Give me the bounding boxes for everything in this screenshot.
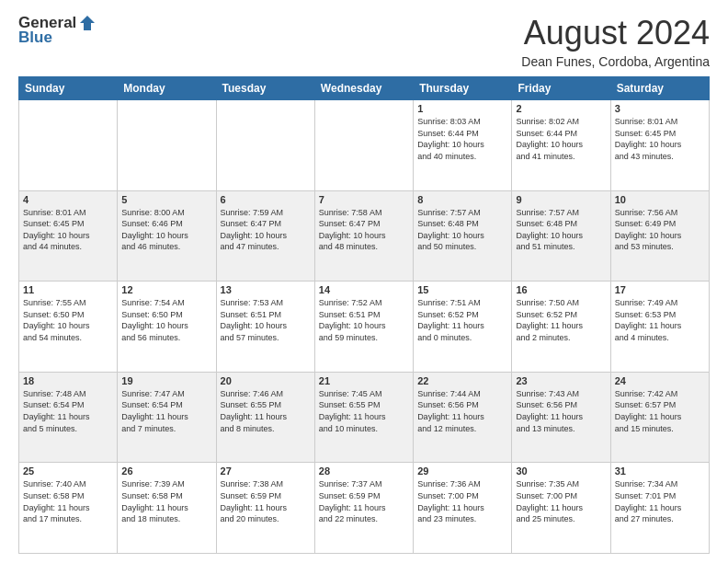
calendar-cell: 16Sunrise: 7:50 AM Sunset: 6:52 PM Dayli… (512, 282, 610, 373)
calendar-cell: 5Sunrise: 8:00 AM Sunset: 6:46 PM Daylig… (118, 190, 216, 282)
day-number: 31 (615, 465, 705, 477)
day-info: Sunrise: 7:57 AM Sunset: 6:48 PM Dayligh… (516, 207, 606, 253)
day-info: Sunrise: 7:40 AM Sunset: 6:58 PM Dayligh… (23, 478, 113, 524)
day-info: Sunrise: 7:53 AM Sunset: 6:51 PM Dayligh… (221, 297, 311, 343)
day-number: 8 (417, 194, 507, 205)
calendar-cell: 15Sunrise: 7:51 AM Sunset: 6:52 PM Dayli… (414, 282, 512, 373)
calendar-week-row: 11Sunrise: 7:55 AM Sunset: 6:50 PM Dayli… (19, 282, 710, 373)
day-info: Sunrise: 7:47 AM Sunset: 6:54 PM Dayligh… (121, 388, 211, 434)
calendar-cell: 7Sunrise: 7:58 AM Sunset: 6:47 PM Daylig… (314, 190, 413, 282)
day-info: Sunrise: 7:36 AM Sunset: 7:00 PM Dayligh… (417, 478, 507, 524)
day-info: Sunrise: 7:52 AM Sunset: 6:51 PM Dayligh… (319, 297, 409, 343)
day-number: 25 (23, 465, 113, 477)
day-number: 16 (516, 284, 606, 295)
header-friday: Friday (512, 77, 610, 100)
day-info: Sunrise: 8:01 AM Sunset: 6:45 PM Dayligh… (23, 207, 113, 253)
calendar-cell: 12Sunrise: 7:54 AM Sunset: 6:50 PM Dayli… (118, 282, 216, 373)
day-info: Sunrise: 7:59 AM Sunset: 6:47 PM Dayligh… (221, 207, 311, 253)
calendar-cell: 19Sunrise: 7:47 AM Sunset: 6:54 PM Dayli… (118, 372, 216, 463)
header: General Blue August 2024 Dean Funes, Cor… (18, 14, 710, 69)
day-info: Sunrise: 7:50 AM Sunset: 6:52 PM Dayligh… (516, 297, 606, 343)
calendar-cell (118, 100, 216, 191)
day-number: 1 (417, 103, 507, 114)
calendar-cell: 14Sunrise: 7:52 AM Sunset: 6:51 PM Dayli… (314, 282, 413, 373)
calendar-cell (216, 100, 314, 191)
calendar-cell: 17Sunrise: 7:49 AM Sunset: 6:53 PM Dayli… (610, 282, 709, 373)
calendar-cell: 9Sunrise: 7:57 AM Sunset: 6:48 PM Daylig… (512, 190, 610, 282)
day-info: Sunrise: 7:38 AM Sunset: 6:59 PM Dayligh… (221, 478, 311, 524)
day-info: Sunrise: 8:02 AM Sunset: 6:44 PM Dayligh… (516, 116, 606, 162)
day-number: 4 (23, 194, 113, 205)
day-number: 15 (417, 284, 507, 295)
title-area: August 2024 Dean Funes, Cordoba, Argenti… (521, 14, 710, 69)
day-info: Sunrise: 7:49 AM Sunset: 6:53 PM Dayligh… (615, 297, 705, 343)
calendar-header-row: Sunday Monday Tuesday Wednesday Thursday… (19, 77, 710, 100)
day-info: Sunrise: 7:51 AM Sunset: 6:52 PM Dayligh… (417, 297, 507, 343)
day-number: 18 (23, 375, 113, 386)
calendar-page: General Blue August 2024 Dean Funes, Cor… (0, 0, 728, 563)
month-title: August 2024 (521, 14, 710, 52)
calendar-cell: 1Sunrise: 8:03 AM Sunset: 6:44 PM Daylig… (414, 100, 512, 191)
day-info: Sunrise: 8:03 AM Sunset: 6:44 PM Dayligh… (417, 116, 507, 162)
day-number: 26 (121, 465, 211, 477)
calendar-cell: 18Sunrise: 7:48 AM Sunset: 6:54 PM Dayli… (19, 372, 118, 463)
calendar-week-row: 4Sunrise: 8:01 AM Sunset: 6:45 PM Daylig… (19, 190, 710, 282)
day-number: 30 (516, 465, 606, 477)
day-info: Sunrise: 7:55 AM Sunset: 6:50 PM Dayligh… (23, 297, 113, 343)
calendar-cell: 27Sunrise: 7:38 AM Sunset: 6:59 PM Dayli… (216, 463, 314, 554)
calendar-cell: 29Sunrise: 7:36 AM Sunset: 7:00 PM Dayli… (414, 463, 512, 554)
calendar-cell (314, 100, 413, 191)
day-info: Sunrise: 7:35 AM Sunset: 7:00 PM Dayligh… (516, 478, 606, 524)
header-tuesday: Tuesday (216, 77, 314, 100)
calendar-table: Sunday Monday Tuesday Wednesday Thursday… (18, 76, 710, 554)
header-thursday: Thursday (414, 77, 512, 100)
day-info: Sunrise: 7:37 AM Sunset: 6:59 PM Dayligh… (319, 478, 409, 524)
day-info: Sunrise: 7:43 AM Sunset: 6:56 PM Dayligh… (516, 388, 606, 434)
calendar-cell: 26Sunrise: 7:39 AM Sunset: 6:58 PM Dayli… (118, 463, 216, 554)
day-number: 19 (121, 375, 211, 386)
calendar-cell: 10Sunrise: 7:56 AM Sunset: 6:49 PM Dayli… (610, 190, 709, 282)
calendar-cell: 22Sunrise: 7:44 AM Sunset: 6:56 PM Dayli… (414, 372, 512, 463)
header-sunday: Sunday (19, 77, 118, 100)
calendar-cell: 23Sunrise: 7:43 AM Sunset: 6:56 PM Dayli… (512, 372, 610, 463)
calendar-cell: 8Sunrise: 7:57 AM Sunset: 6:48 PM Daylig… (414, 190, 512, 282)
day-number: 14 (319, 284, 409, 295)
day-number: 24 (615, 375, 705, 386)
calendar-cell: 6Sunrise: 7:59 AM Sunset: 6:47 PM Daylig… (216, 190, 314, 282)
day-number: 22 (417, 375, 507, 386)
day-number: 29 (417, 465, 507, 477)
day-info: Sunrise: 7:46 AM Sunset: 6:55 PM Dayligh… (221, 388, 311, 434)
calendar-week-row: 18Sunrise: 7:48 AM Sunset: 6:54 PM Dayli… (19, 372, 710, 463)
calendar-cell: 4Sunrise: 8:01 AM Sunset: 6:45 PM Daylig… (19, 190, 118, 282)
day-number: 6 (221, 194, 311, 205)
day-number: 27 (221, 465, 311, 477)
header-wednesday: Wednesday (314, 77, 413, 100)
calendar-cell: 28Sunrise: 7:37 AM Sunset: 6:59 PM Dayli… (314, 463, 413, 554)
day-number: 5 (121, 194, 211, 205)
day-number: 3 (615, 103, 705, 114)
day-number: 17 (615, 284, 705, 295)
svg-marker-0 (80, 16, 95, 30)
calendar-cell: 24Sunrise: 7:42 AM Sunset: 6:57 PM Dayli… (610, 372, 709, 463)
calendar-cell: 13Sunrise: 7:53 AM Sunset: 6:51 PM Dayli… (216, 282, 314, 373)
day-info: Sunrise: 7:34 AM Sunset: 7:01 PM Dayligh… (615, 478, 705, 524)
day-info: Sunrise: 8:00 AM Sunset: 6:46 PM Dayligh… (121, 207, 211, 253)
day-info: Sunrise: 7:44 AM Sunset: 6:56 PM Dayligh… (417, 388, 507, 434)
day-number: 11 (23, 284, 113, 295)
day-number: 2 (516, 103, 606, 114)
calendar-cell: 3Sunrise: 8:01 AM Sunset: 6:45 PM Daylig… (610, 100, 709, 191)
calendar-cell: 31Sunrise: 7:34 AM Sunset: 7:01 PM Dayli… (610, 463, 709, 554)
day-number: 13 (221, 284, 311, 295)
day-number: 9 (516, 194, 606, 205)
day-info: Sunrise: 7:39 AM Sunset: 6:58 PM Dayligh… (121, 478, 211, 524)
calendar-cell (19, 100, 118, 191)
logo-icon (78, 14, 97, 32)
day-info: Sunrise: 8:01 AM Sunset: 6:45 PM Dayligh… (615, 116, 705, 162)
day-info: Sunrise: 7:56 AM Sunset: 6:49 PM Dayligh… (615, 207, 705, 253)
day-number: 28 (319, 465, 409, 477)
logo-blue-text: Blue (18, 29, 52, 47)
calendar-cell: 2Sunrise: 8:02 AM Sunset: 6:44 PM Daylig… (512, 100, 610, 191)
day-info: Sunrise: 7:42 AM Sunset: 6:57 PM Dayligh… (615, 388, 705, 434)
day-info: Sunrise: 7:45 AM Sunset: 6:55 PM Dayligh… (319, 388, 409, 434)
calendar-cell: 21Sunrise: 7:45 AM Sunset: 6:55 PM Dayli… (314, 372, 413, 463)
